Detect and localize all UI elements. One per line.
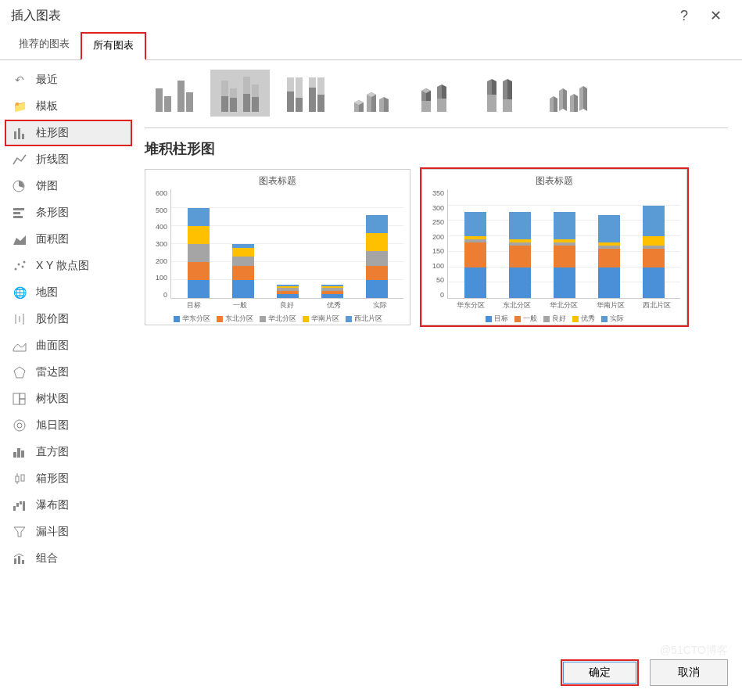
svg-rect-1 [18, 128, 20, 139]
sidebar-item-label: 地图 [36, 285, 58, 300]
svg-marker-58 [554, 96, 557, 112]
svg-marker-60 [563, 88, 567, 111]
subtype-gallery [145, 68, 728, 128]
sidebar-item-stock[interactable]: 股价图 [5, 306, 132, 332]
scatter-chart-icon [11, 257, 28, 275]
sidebar-item-column[interactable]: 柱形图 [5, 120, 132, 146]
svg-marker-64 [583, 86, 587, 111]
svg-rect-22 [17, 448, 20, 458]
sidebar-item-line[interactable]: 折线图 [5, 146, 132, 173]
stock-chart-icon [11, 311, 28, 328]
sidebar-item-surface[interactable]: 曲面图 [5, 332, 132, 359]
x-axis: 目标一般良好优秀实际 [170, 300, 403, 311]
plot-area [170, 189, 403, 299]
sidebar-item-histogram[interactable]: 直方图 [5, 439, 132, 465]
sidebar-item-radar[interactable]: 雷达图 [5, 359, 132, 386]
svg-rect-2 [22, 134, 24, 139]
sidebar-item-scatter[interactable]: X Y 散点图 [5, 253, 132, 279]
sidebar-item-recent[interactable]: ↶最近 [5, 66, 132, 93]
svg-rect-28 [13, 506, 16, 511]
y-axis: 350300250200150100500 [428, 189, 447, 299]
svg-rect-24 [16, 476, 19, 482]
sidebar-item-label: 组合 [36, 551, 58, 565]
svg-rect-23 [21, 451, 24, 458]
svg-point-20 [17, 423, 22, 428]
cancel-button[interactable]: 取消 [650, 659, 728, 686]
subtype-3d-column[interactable] [539, 70, 598, 117]
x-axis: 华东分区东北分区华北分区华南片区西北片区 [447, 300, 680, 311]
subtype-3d-clustered-column[interactable] [342, 70, 401, 117]
bar-chart-icon [11, 204, 28, 221]
legend: 目标一般良好优秀实际 [428, 314, 680, 324]
svg-marker-42 [379, 97, 384, 112]
recent-icon: ↶ [11, 71, 28, 88]
svg-rect-34 [18, 556, 20, 564]
preview-chart-2[interactable]: 图表标题 350300250200150100500 华东分区东北分区华北分区华… [421, 169, 687, 325]
sidebar-item-label: 模板 [36, 99, 58, 113]
svg-marker-47 [421, 101, 431, 112]
folder-icon: 📁 [11, 98, 28, 115]
legend: 华东分区东北分区华北分区华南片区西北片区 [152, 314, 403, 324]
subtype-clustered-column[interactable] [145, 70, 204, 117]
sidebar-item-map[interactable]: 🌐地图 [5, 279, 132, 306]
svg-rect-16 [13, 393, 20, 404]
sidebar-item-area[interactable]: 面积图 [5, 226, 132, 253]
subtype-3d-stacked-column[interactable] [407, 70, 467, 117]
waterfall-icon [11, 497, 28, 514]
sidebar-item-pie[interactable]: 饼图 [5, 173, 132, 199]
tab-all-charts[interactable]: 所有图表 [81, 32, 146, 60]
sidebar-item-label: 雷达图 [36, 365, 69, 379]
ok-button[interactable]: 确定 [561, 659, 639, 686]
sidebar-item-sunburst[interactable]: 旭日图 [5, 412, 132, 439]
svg-point-11 [23, 261, 26, 264]
svg-marker-56 [503, 99, 512, 112]
subtype-100-stacked-column[interactable] [276, 70, 335, 117]
pie-chart-icon [11, 178, 28, 195]
sidebar-item-template[interactable]: 📁模板 [5, 93, 132, 120]
sidebar-item-treemap[interactable]: 树状图 [5, 386, 132, 412]
svg-rect-4 [13, 208, 24, 210]
svg-marker-15 [14, 367, 25, 378]
line-chart-icon [11, 151, 28, 168]
sidebar-item-funnel[interactable]: 漏斗图 [5, 519, 132, 545]
sidebar-item-waterfall[interactable]: 瀑布图 [5, 492, 132, 519]
sidebar-item-label: 最近 [36, 73, 58, 87]
svg-rect-35 [22, 560, 24, 564]
sidebar-item-label: 柱形图 [36, 126, 69, 140]
sidebar-item-label: 箱形图 [36, 472, 69, 486]
sidebar-item-box[interactable]: 箱形图 [5, 465, 132, 492]
svg-marker-53 [487, 95, 496, 112]
chart-title: 图表标题 [428, 174, 680, 188]
svg-marker-62 [574, 94, 578, 112]
sidebar-item-label: 曲面图 [36, 339, 69, 353]
svg-rect-21 [13, 452, 16, 458]
svg-rect-0 [14, 131, 16, 139]
sidebar-item-label: 面积图 [36, 232, 69, 246]
sidebar-item-bar[interactable]: 条形图 [5, 199, 132, 226]
svg-marker-59 [559, 88, 563, 111]
svg-rect-31 [23, 501, 25, 511]
close-button[interactable]: ✕ [700, 7, 731, 24]
surface-chart-icon [11, 337, 28, 354]
y-axis: 6005004003002001000 [152, 189, 170, 299]
svg-marker-32 [14, 527, 25, 537]
svg-point-9 [18, 264, 20, 266]
subtype-stacked-column[interactable] [210, 70, 270, 117]
sidebar-item-label: 旭日图 [36, 418, 69, 433]
subtype-3d-100-stacked-column[interactable] [473, 70, 532, 117]
help-button[interactable]: ? [669, 8, 700, 24]
treemap-icon [11, 390, 28, 407]
svg-point-19 [14, 420, 25, 431]
sidebar-item-label: 树状图 [36, 392, 69, 406]
funnel-icon [11, 523, 28, 540]
sunburst-icon [11, 417, 28, 434]
tab-recommended[interactable]: 推荐的图表 [8, 32, 81, 60]
svg-rect-18 [20, 399, 25, 404]
preview-chart-1[interactable]: 图表标题 6005004003002001000 目标一般良好优秀实际 华东分区… [145, 169, 410, 325]
sidebar-item-combo[interactable]: 组合 [5, 545, 132, 572]
sidebar-item-label: 瀑布图 [36, 498, 69, 512]
area-chart-icon [11, 231, 28, 248]
svg-rect-30 [20, 501, 22, 504]
map-icon: 🌐 [11, 284, 28, 301]
svg-rect-33 [14, 558, 16, 564]
